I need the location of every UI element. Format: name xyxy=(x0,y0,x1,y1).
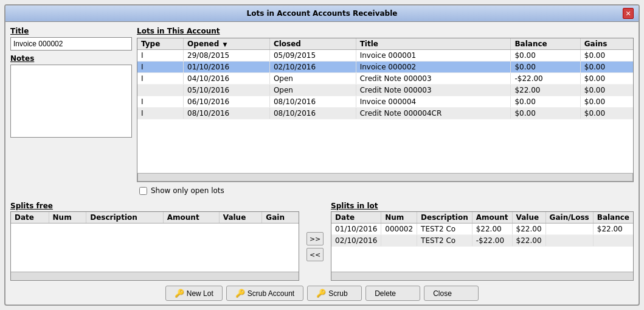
table-row[interactable]: I01/10/201602/10/2016Invoice 000002$0.00… xyxy=(137,62,633,73)
lots-h-scrollbar[interactable] xyxy=(137,173,633,181)
col-type: Type xyxy=(137,38,184,50)
show-open-lots-checkbox[interactable] xyxy=(139,187,147,195)
table-row[interactable]: 01/10/2016000002TEST2 Co$22.00$22.00$22.… xyxy=(331,224,633,235)
table-row[interactable]: 05/10/2016OpenCredit Note 000003$22.00$0… xyxy=(137,85,633,96)
scrub-account-label: Scrub Account xyxy=(248,289,294,298)
lots-scroll-area[interactable]: Type Opened ▼ Closed Title Balance Gains… xyxy=(137,38,633,173)
scrub-account-icon: 🔑 xyxy=(235,289,245,298)
sil-col-balance: Balance xyxy=(593,212,633,224)
splits-row: Splits free Date Num Description Amount … xyxy=(10,202,634,281)
splits-free-panel: Splits free Date Num Description Amount … xyxy=(10,202,299,281)
sf-col-gain: Gain xyxy=(262,212,299,224)
table-row[interactable]: I04/10/2016OpenCredit Note 000003-$22.00… xyxy=(137,73,633,85)
splits-free-table-wrap: Date Num Description Amount Value Gain xyxy=(10,211,299,281)
sil-col-amount: Amount xyxy=(472,212,512,224)
new-lot-label: New Lot xyxy=(187,289,213,298)
title-group: Title xyxy=(10,27,132,51)
sil-col-value: Value xyxy=(512,212,545,224)
splits-in-lot-h-scroll[interactable] xyxy=(331,272,633,280)
sil-col-date: Date xyxy=(331,212,381,224)
splits-free-table: Date Num Description Amount Value Gain xyxy=(11,212,299,224)
content-area: Title Notes Lots in This Account Type Op… xyxy=(5,22,639,202)
splits-in-lot-header: Date Num Description Amount Value Gain/L… xyxy=(331,212,633,224)
dialog-title: Lots in Account Accounts Receivable xyxy=(21,9,623,18)
lots-table-body: I29/08/201505/09/2015Invoice 000001$0.00… xyxy=(137,50,633,119)
splits-free-header: Date Num Description Amount Value Gain xyxy=(11,212,299,224)
splits-in-lot-table: Date Num Description Amount Value Gain/L… xyxy=(331,212,633,247)
move-forward-button[interactable]: >> xyxy=(306,232,324,245)
lots-table: Type Opened ▼ Closed Title Balance Gains… xyxy=(137,38,633,119)
splits-in-lot-body: 01/10/2016000002TEST2 Co$22.00$22.00$22.… xyxy=(331,224,633,247)
close-button[interactable]: Close xyxy=(424,286,479,301)
notes-textarea[interactable] xyxy=(10,65,132,138)
sil-col-gainloss: Gain/Loss xyxy=(545,212,593,224)
title-input[interactable] xyxy=(10,37,132,51)
show-open-lots-label: Show only open lots xyxy=(151,186,224,195)
button-row: 🔑 New Lot 🔑 Scrub Account 🔑 Scrub Delete… xyxy=(5,283,639,305)
table-row[interactable]: I06/10/201608/10/2016Invoice 000004$0.00… xyxy=(137,96,633,108)
close-label: Close xyxy=(433,289,452,298)
title-bar: Lots in Account Accounts Receivable ✕ xyxy=(5,5,639,22)
sil-col-desc: Description xyxy=(417,212,473,224)
col-gains: Gains xyxy=(580,38,633,50)
bottom-section: Splits free Date Num Description Amount … xyxy=(5,202,639,283)
sf-col-value: Value xyxy=(219,212,262,224)
splits-in-lot-table-wrap: Date Num Description Amount Value Gain/L… xyxy=(331,211,634,281)
title-field-label: Title xyxy=(10,27,132,35)
new-lot-icon: 🔑 xyxy=(175,289,184,298)
sf-col-date: Date xyxy=(11,212,49,224)
sil-col-num: Num xyxy=(381,212,417,224)
scrub-account-button[interactable]: 🔑 Scrub Account xyxy=(226,286,303,301)
lots-table-header: Type Opened ▼ Closed Title Balance Gains xyxy=(137,38,633,50)
splits-free-h-scroll[interactable] xyxy=(11,272,299,280)
notes-group: Notes xyxy=(10,54,132,138)
lots-table-container: Type Opened ▼ Closed Title Balance Gains… xyxy=(137,38,634,182)
lots-section-title: Lots in This Account xyxy=(137,27,634,35)
splits-free-title: Splits free xyxy=(10,202,299,210)
scrub-icon: 🔑 xyxy=(316,289,326,298)
table-row[interactable]: I29/08/201505/09/2015Invoice 000001$0.00… xyxy=(137,50,633,62)
main-dialog: Lots in Account Accounts Receivable ✕ Ti… xyxy=(4,4,640,306)
notes-field-label: Notes xyxy=(10,54,132,63)
new-lot-button[interactable]: 🔑 New Lot xyxy=(165,286,223,301)
sf-col-amount: Amount xyxy=(163,212,219,224)
close-icon[interactable]: ✕ xyxy=(623,8,634,19)
col-balance: Balance xyxy=(511,38,580,50)
checkbox-row: Show only open lots xyxy=(137,185,634,197)
delete-button[interactable]: Delete xyxy=(365,286,420,301)
col-closed: Closed xyxy=(269,38,356,50)
sf-col-num: Num xyxy=(49,212,86,224)
scrub-button[interactable]: 🔑 Scrub xyxy=(307,286,362,301)
left-panel: Title Notes xyxy=(10,27,132,197)
sort-arrow-opened: ▼ xyxy=(223,41,227,48)
table-row[interactable]: I08/10/201608/10/2016Credit Note 000004C… xyxy=(137,108,633,119)
col-opened[interactable]: Opened ▼ xyxy=(184,38,270,50)
splits-free-scroll[interactable]: Date Num Description Amount Value Gain xyxy=(11,212,299,272)
sf-col-desc: Description xyxy=(86,212,164,224)
table-row[interactable]: 02/10/2016TEST2 Co-$22.00$22.00 xyxy=(331,235,633,247)
right-panel: Lots in This Account Type Opened ▼ Close… xyxy=(137,27,634,197)
scrub-label: Scrub xyxy=(328,289,347,298)
col-title: Title xyxy=(356,38,511,50)
arrows-panel: >> << xyxy=(304,202,326,281)
splits-in-lot-scroll[interactable]: Date Num Description Amount Value Gain/L… xyxy=(331,212,633,272)
splits-in-lot-panel: Splits in lot Date Num Description Amoun… xyxy=(331,202,634,281)
delete-label: Delete xyxy=(375,289,396,298)
splits-in-lot-title: Splits in lot xyxy=(331,202,634,210)
move-back-button[interactable]: << xyxy=(306,248,324,261)
